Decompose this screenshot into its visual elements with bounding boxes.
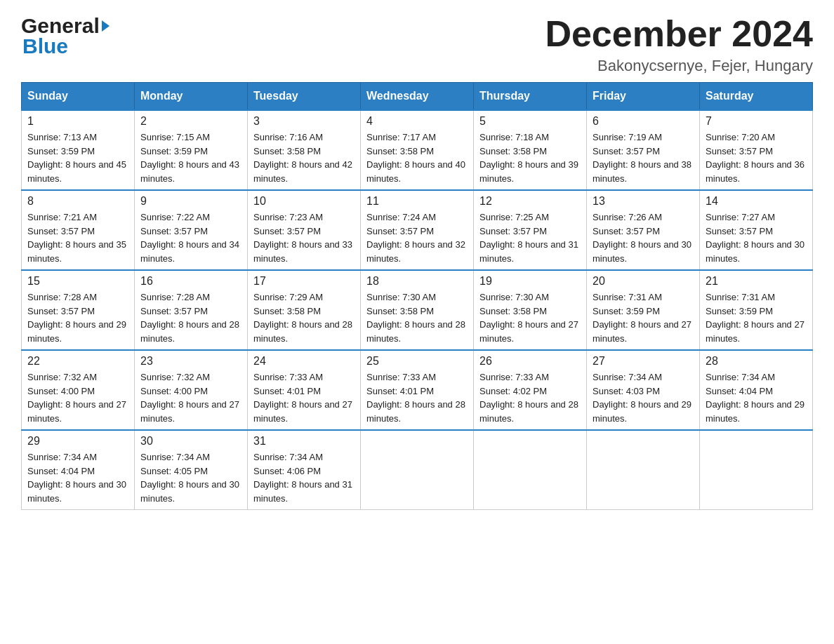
calendar-cell: 24 Sunrise: 7:33 AMSunset: 4:01 PMDaylig… — [248, 350, 361, 430]
day-info: Sunrise: 7:31 AMSunset: 3:59 PMDaylight:… — [706, 292, 805, 344]
day-number: 13 — [593, 195, 694, 208]
calendar-cell: 28 Sunrise: 7:34 AMSunset: 4:04 PMDaylig… — [700, 350, 813, 430]
day-number: 16 — [140, 275, 241, 288]
day-number: 3 — [253, 115, 355, 128]
calendar-cell — [700, 430, 813, 510]
day-number: 23 — [140, 355, 241, 368]
logo-blue: Blue — [22, 34, 68, 58]
calendar-cell: 19 Sunrise: 7:30 AMSunset: 3:58 PMDaylig… — [474, 270, 587, 350]
day-number: 31 — [253, 435, 355, 448]
calendar-cell: 11 Sunrise: 7:24 AMSunset: 3:57 PMDaylig… — [361, 190, 474, 270]
day-number: 25 — [366, 355, 468, 368]
weekday-header-thursday: Thursday — [474, 83, 587, 111]
day-number: 17 — [253, 275, 355, 288]
day-info: Sunrise: 7:26 AMSunset: 3:57 PMDaylight:… — [593, 212, 691, 264]
day-number: 2 — [140, 115, 241, 128]
day-info: Sunrise: 7:24 AMSunset: 3:57 PMDaylight:… — [366, 212, 465, 264]
calendar-cell: 6 Sunrise: 7:19 AMSunset: 3:57 PMDayligh… — [587, 110, 700, 190]
calendar-cell: 21 Sunrise: 7:31 AMSunset: 3:59 PMDaylig… — [700, 270, 813, 350]
day-info: Sunrise: 7:28 AMSunset: 3:57 PMDaylight:… — [140, 292, 239, 344]
day-info: Sunrise: 7:13 AMSunset: 3:59 PMDaylight:… — [27, 132, 126, 184]
calendar-cell: 26 Sunrise: 7:33 AMSunset: 4:02 PMDaylig… — [474, 350, 587, 430]
day-info: Sunrise: 7:22 AMSunset: 3:57 PMDaylight:… — [140, 212, 239, 264]
day-info: Sunrise: 7:27 AMSunset: 3:57 PMDaylight:… — [706, 212, 805, 264]
calendar-cell — [361, 430, 474, 510]
day-info: Sunrise: 7:34 AMSunset: 4:04 PMDaylight:… — [27, 452, 126, 504]
day-info: Sunrise: 7:33 AMSunset: 4:01 PMDaylight:… — [253, 372, 352, 424]
day-number: 27 — [593, 355, 694, 368]
day-info: Sunrise: 7:25 AMSunset: 3:57 PMDaylight:… — [479, 212, 578, 264]
calendar-cell: 16 Sunrise: 7:28 AMSunset: 3:57 PMDaylig… — [135, 270, 248, 350]
day-info: Sunrise: 7:17 AMSunset: 3:58 PMDaylight:… — [366, 132, 465, 184]
calendar-cell: 2 Sunrise: 7:15 AMSunset: 3:59 PMDayligh… — [135, 110, 248, 190]
day-info: Sunrise: 7:19 AMSunset: 3:57 PMDaylight:… — [593, 132, 691, 184]
calendar-cell: 13 Sunrise: 7:26 AMSunset: 3:57 PMDaylig… — [587, 190, 700, 270]
day-number: 22 — [27, 355, 128, 368]
weekday-header-monday: Monday — [135, 83, 248, 111]
calendar-cell — [587, 430, 700, 510]
calendar-cell: 31 Sunrise: 7:34 AMSunset: 4:06 PMDaylig… — [248, 430, 361, 510]
day-number: 8 — [27, 195, 128, 208]
day-number: 11 — [366, 195, 468, 208]
day-info: Sunrise: 7:15 AMSunset: 3:59 PMDaylight:… — [140, 132, 239, 184]
day-info: Sunrise: 7:30 AMSunset: 3:58 PMDaylight:… — [366, 292, 465, 344]
calendar-cell: 27 Sunrise: 7:34 AMSunset: 4:03 PMDaylig… — [587, 350, 700, 430]
day-number: 4 — [366, 115, 468, 128]
day-info: Sunrise: 7:23 AMSunset: 3:57 PMDaylight:… — [253, 212, 352, 264]
page-header: General Blue December 2024 Bakonycsernye… — [21, 14, 813, 75]
calendar-cell: 4 Sunrise: 7:17 AMSunset: 3:58 PMDayligh… — [361, 110, 474, 190]
calendar-cell: 12 Sunrise: 7:25 AMSunset: 3:57 PMDaylig… — [474, 190, 587, 270]
calendar-cell — [474, 430, 587, 510]
day-info: Sunrise: 7:18 AMSunset: 3:58 PMDaylight:… — [479, 132, 578, 184]
day-number: 6 — [593, 115, 694, 128]
day-number: 24 — [253, 355, 355, 368]
day-number: 28 — [706, 355, 807, 368]
calendar-cell: 20 Sunrise: 7:31 AMSunset: 3:59 PMDaylig… — [587, 270, 700, 350]
day-number: 5 — [479, 115, 581, 128]
day-info: Sunrise: 7:20 AMSunset: 3:57 PMDaylight:… — [706, 132, 805, 184]
day-info: Sunrise: 7:34 AMSunset: 4:03 PMDaylight:… — [593, 372, 691, 424]
day-info: Sunrise: 7:30 AMSunset: 3:58 PMDaylight:… — [479, 292, 578, 344]
weekday-header-sunday: Sunday — [22, 83, 135, 111]
calendar-cell: 29 Sunrise: 7:34 AMSunset: 4:04 PMDaylig… — [22, 430, 135, 510]
day-number: 12 — [479, 195, 581, 208]
day-number: 20 — [593, 275, 694, 288]
calendar-cell: 7 Sunrise: 7:20 AMSunset: 3:57 PMDayligh… — [700, 110, 813, 190]
day-info: Sunrise: 7:31 AMSunset: 3:59 PMDaylight:… — [593, 292, 691, 344]
calendar-cell: 15 Sunrise: 7:28 AMSunset: 3:57 PMDaylig… — [22, 270, 135, 350]
weekday-header-tuesday: Tuesday — [248, 83, 361, 111]
weekday-header-friday: Friday — [587, 83, 700, 111]
logo: General Blue — [21, 14, 110, 58]
day-info: Sunrise: 7:34 AMSunset: 4:06 PMDaylight:… — [253, 452, 352, 504]
day-number: 1 — [27, 115, 128, 128]
day-info: Sunrise: 7:29 AMSunset: 3:58 PMDaylight:… — [253, 292, 352, 344]
title-block: December 2024 Bakonycsernye, Fejer, Hung… — [545, 14, 813, 75]
day-number: 18 — [366, 275, 468, 288]
day-number: 29 — [27, 435, 128, 448]
calendar-cell: 14 Sunrise: 7:27 AMSunset: 3:57 PMDaylig… — [700, 190, 813, 270]
day-info: Sunrise: 7:33 AMSunset: 4:01 PMDaylight:… — [366, 372, 465, 424]
calendar-cell: 25 Sunrise: 7:33 AMSunset: 4:01 PMDaylig… — [361, 350, 474, 430]
day-number: 7 — [706, 115, 807, 128]
location: Bakonycsernye, Fejer, Hungary — [545, 57, 813, 75]
day-number: 30 — [140, 435, 241, 448]
logo-triangle-icon — [102, 20, 110, 32]
calendar-cell: 10 Sunrise: 7:23 AMSunset: 3:57 PMDaylig… — [248, 190, 361, 270]
day-number: 10 — [253, 195, 355, 208]
day-info: Sunrise: 7:16 AMSunset: 3:58 PMDaylight:… — [253, 132, 352, 184]
weekday-header-saturday: Saturday — [700, 83, 813, 111]
calendar-cell: 9 Sunrise: 7:22 AMSunset: 3:57 PMDayligh… — [135, 190, 248, 270]
calendar-cell: 17 Sunrise: 7:29 AMSunset: 3:58 PMDaylig… — [248, 270, 361, 350]
calendar-table: SundayMondayTuesdayWednesdayThursdayFrid… — [21, 82, 813, 510]
calendar-cell: 23 Sunrise: 7:32 AMSunset: 4:00 PMDaylig… — [135, 350, 248, 430]
day-info: Sunrise: 7:21 AMSunset: 3:57 PMDaylight:… — [27, 212, 126, 264]
calendar-cell: 1 Sunrise: 7:13 AMSunset: 3:59 PMDayligh… — [22, 110, 135, 190]
calendar-cell: 30 Sunrise: 7:34 AMSunset: 4:05 PMDaylig… — [135, 430, 248, 510]
day-info: Sunrise: 7:28 AMSunset: 3:57 PMDaylight:… — [27, 292, 126, 344]
calendar-cell: 22 Sunrise: 7:32 AMSunset: 4:00 PMDaylig… — [22, 350, 135, 430]
day-info: Sunrise: 7:32 AMSunset: 4:00 PMDaylight:… — [140, 372, 239, 424]
weekday-header-wednesday: Wednesday — [361, 83, 474, 111]
day-info: Sunrise: 7:32 AMSunset: 4:00 PMDaylight:… — [27, 372, 126, 424]
day-number: 15 — [27, 275, 128, 288]
day-info: Sunrise: 7:34 AMSunset: 4:05 PMDaylight:… — [140, 452, 239, 504]
